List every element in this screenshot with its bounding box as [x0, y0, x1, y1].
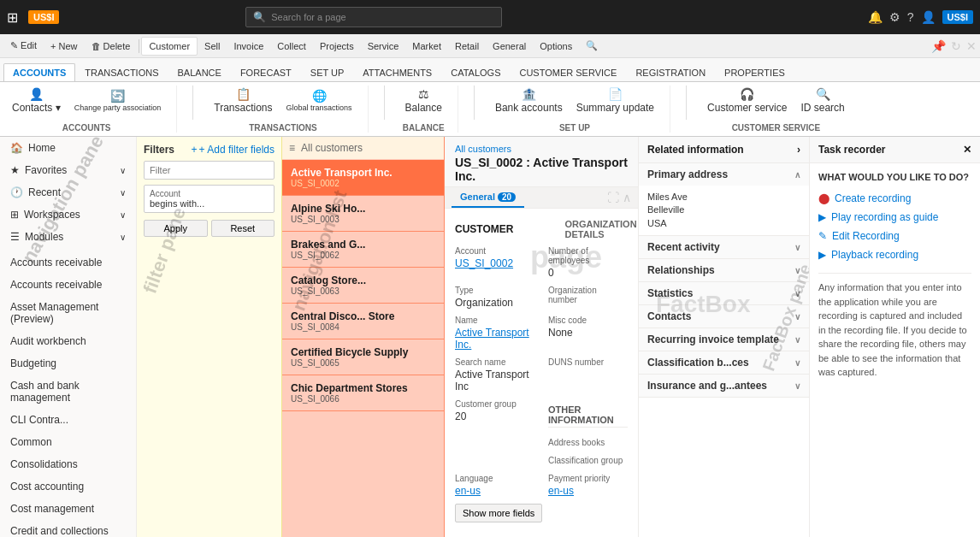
- menu-retail[interactable]: Retail: [448, 38, 486, 55]
- nav-cli-contra[interactable]: CLI Contra...: [0, 409, 136, 431]
- nav-asset-management[interactable]: Asset Management (Preview): [0, 296, 136, 330]
- menu-general[interactable]: General: [486, 38, 533, 55]
- menu-market[interactable]: Market: [405, 38, 448, 55]
- nav-workspaces[interactable]: ⊞ Workspaces ∨: [0, 204, 136, 226]
- ribbon-summary-btn[interactable]: 📄 Summary update: [571, 86, 659, 115]
- nav-accounts-receivable-1[interactable]: Accounts receivable: [0, 251, 136, 274]
- nav-accounts-receivable-2[interactable]: Accounts receivable: [0, 274, 136, 296]
- list-item-chic-department[interactable]: Chic Department Stores US_SI_0066: [282, 375, 444, 411]
- notification-icon[interactable]: 🔔: [868, 10, 883, 24]
- list-item-central-disco[interactable]: Central Disco... Store US_SI_0084: [282, 304, 444, 339]
- nav-budgeting[interactable]: Budgeting: [0, 352, 136, 375]
- menu-customer[interactable]: Customer: [141, 37, 198, 56]
- relationships-section-header[interactable]: Relationships ∨: [639, 259, 809, 281]
- tab-customer-service[interactable]: CUSTOMER SERVICE: [510, 63, 626, 81]
- nav-favorites[interactable]: ★ Favorites ∨: [0, 159, 136, 181]
- tab-transactions[interactable]: TRANSACTIONS: [75, 63, 168, 81]
- filter-add-btn[interactable]: + + Add filter fields: [192, 144, 275, 156]
- primary-address-section-header[interactable]: Primary address ∧: [639, 163, 809, 186]
- nav-modules[interactable]: ☰ Modules ∨: [0, 226, 136, 248]
- task-recorder-edit-recording[interactable]: ✎ Edit Recording: [818, 227, 971, 245]
- ribbon-transactions-btn[interactable]: 📋 Transactions: [209, 86, 277, 115]
- contacts-section-header[interactable]: Contacts ∨: [639, 305, 809, 328]
- ribbon-change-party-btn[interactable]: 🔄 Change party association: [69, 87, 167, 114]
- classification-section-header[interactable]: Classification b...ces ∨: [639, 351, 809, 374]
- company-picker-badge[interactable]: US$I: [942, 10, 973, 24]
- summary-label: Summary update: [576, 102, 654, 114]
- task-recorder-description: Any information that you enter into the …: [818, 273, 971, 380]
- factbox-expand-icon[interactable]: ›: [797, 144, 800, 156]
- help-icon[interactable]: ?: [907, 10, 914, 24]
- nav-recent[interactable]: 🕐 Recent ∨: [0, 181, 136, 204]
- nav-consolidations[interactable]: Consolidations: [0, 453, 136, 475]
- recent-activity-section-header[interactable]: Recent activity ∨: [639, 236, 809, 258]
- menu-sell[interactable]: Sell: [198, 38, 227, 55]
- tab-balance[interactable]: BALANCE: [168, 63, 231, 81]
- menu-collect[interactable]: Collect: [270, 38, 313, 55]
- language-value[interactable]: en-us: [455, 485, 534, 497]
- ribbon-balance-btn[interactable]: ⚖ Balance: [400, 86, 447, 115]
- nav-common[interactable]: Common: [0, 431, 136, 453]
- menu-options[interactable]: Options: [533, 38, 579, 55]
- tab-setup[interactable]: SET UP: [301, 63, 354, 81]
- filter-reset-btn[interactable]: Reset: [211, 220, 275, 237]
- tab-forecast[interactable]: FORECAST: [231, 63, 301, 81]
- menu-search[interactable]: 🔍: [579, 37, 605, 55]
- ribbon-global-trans-btn[interactable]: 🌐 Global transactions: [281, 87, 357, 114]
- account-value[interactable]: US_SI_0002: [455, 257, 534, 269]
- list-item-brakes[interactable]: Brakes and G... US_SI_0062: [282, 232, 444, 268]
- statistics-section-header[interactable]: Statistics ∨: [639, 282, 809, 304]
- search-input[interactable]: [271, 12, 494, 22]
- company-name-badge[interactable]: US$I: [28, 10, 59, 24]
- nav-audit-workbench[interactable]: Audit workbench: [0, 330, 136, 352]
- menu-edit[interactable]: ✎ Edit: [3, 37, 44, 55]
- breadcrumb[interactable]: All customers: [455, 144, 628, 154]
- search-bar[interactable]: 🔍: [245, 7, 502, 27]
- page-collapse-icon[interactable]: ∧: [623, 191, 631, 204]
- menu-invoice[interactable]: Invoice: [227, 38, 270, 55]
- recurring-invoice-section-header[interactable]: Recurring invoice template ∨: [639, 328, 809, 351]
- task-recorder-close-btn[interactable]: ✕: [963, 144, 971, 156]
- nav-cash-bank[interactable]: Cash and bank management: [0, 375, 136, 409]
- page-expand-icon[interactable]: ⛶: [607, 191, 619, 204]
- task-recorder-play-guide[interactable]: ▶ Play recording as guide: [818, 208, 971, 227]
- show-more-fields-btn[interactable]: Show more fields: [455, 504, 542, 522]
- ribbon-customer-service-btn[interactable]: 🎧 Customer service: [702, 86, 792, 115]
- menu-projects[interactable]: Projects: [313, 38, 361, 55]
- menu-new[interactable]: + New: [44, 38, 85, 55]
- ribbon-close-icon[interactable]: ✕: [966, 39, 977, 53]
- ribbon-refresh-icon[interactable]: ↻: [951, 39, 961, 53]
- payment-priority-value[interactable]: en-us: [548, 485, 628, 497]
- waffle-icon[interactable]: ⊞: [7, 9, 18, 26]
- nav-credit-collections[interactable]: Credit and collections: [0, 520, 136, 537]
- tab-registration[interactable]: REGISTRATION: [626, 63, 715, 81]
- name-value[interactable]: Active Transport Inc.: [455, 327, 534, 351]
- user-icon[interactable]: 👤: [921, 10, 936, 24]
- ribbon-id-search-btn[interactable]: 🔍 ID search: [795, 86, 849, 115]
- ribbon-contacts-btn[interactable]: 👤 Contacts ▾: [7, 86, 66, 115]
- tab-catalogs[interactable]: CATALOGS: [441, 63, 510, 81]
- list-item-active-transport[interactable]: Active Transport Inc. US_SI_0002: [282, 160, 444, 196]
- list-item-catalog-store[interactable]: Catalog Store... US_SI_0063: [282, 268, 444, 304]
- list-item-certified-bicycle[interactable]: Certified Bicycle Supply US_SI_0065: [282, 339, 444, 375]
- tab-properties[interactable]: PROPERTIES: [715, 63, 794, 81]
- menu-delete[interactable]: 🗑 Delete: [85, 38, 138, 55]
- settings-icon[interactable]: ⚙: [889, 10, 900, 24]
- task-recorder-playback[interactable]: ▶ Playback recording: [818, 245, 971, 264]
- insurance-section-header[interactable]: Insurance and g...antees ∨: [639, 375, 809, 397]
- nav-home[interactable]: 🏠 Home: [0, 137, 136, 159]
- tab-accounts[interactable]: ACCOUNTS: [3, 63, 75, 81]
- ribbon-pin-icon[interactable]: 📌: [931, 39, 946, 53]
- ribbon-bank-accounts-btn[interactable]: 🏦 Bank accounts: [490, 86, 568, 115]
- list-item-catalog-store-name: Catalog Store...: [291, 274, 435, 286]
- nav-cost-accounting[interactable]: Cost accounting: [0, 475, 136, 498]
- task-recorder-create-recording[interactable]: ⬤ Create recording: [818, 189, 971, 208]
- filter-list-icon[interactable]: ≡: [289, 142, 295, 154]
- menu-service[interactable]: Service: [361, 38, 406, 55]
- nav-cost-management[interactable]: Cost management: [0, 498, 136, 520]
- filter-search-input[interactable]: [144, 161, 275, 180]
- list-item-alpine-ski[interactable]: Alpine Ski Ho... US_SI_0003: [282, 196, 444, 232]
- tab-attachments[interactable]: ATTACHMENTS: [353, 63, 441, 81]
- tab-general[interactable]: General 20: [452, 187, 524, 208]
- filter-apply-btn[interactable]: Apply: [144, 220, 208, 237]
